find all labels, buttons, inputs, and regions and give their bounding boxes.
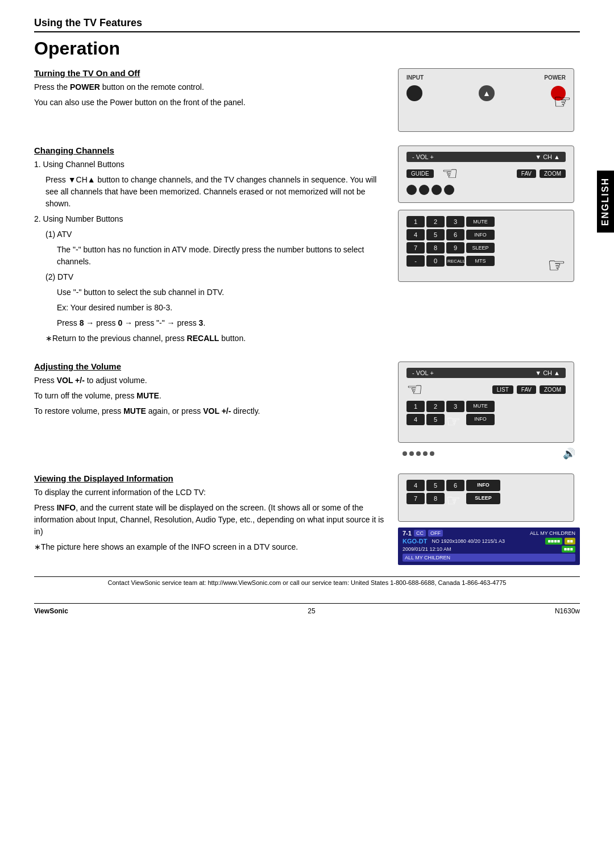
dash-btn[interactable]: - — [406, 255, 425, 267]
dot-separator — [403, 451, 434, 456]
remote1-top-row: INPUT POWER — [406, 74, 566, 81]
ch-item2b-head: (2) DTV — [34, 271, 387, 283]
page-container: ENGLISH Using the TV Features Operation … — [0, 0, 614, 868]
remote4-illustration: - VOL + ▼ CH ▲ ☜ LIST FAV ZOOM 1 2 — [398, 362, 574, 443]
info-screen-row2: KGO-DT NO 1920x1080 40/20 1215/1 A3 ■■■■… — [403, 538, 575, 545]
remote4-vol-ch: - VOL + ▼ CH ▲ — [406, 368, 566, 378]
hand4-icon: ☜ — [406, 380, 489, 398]
ir-num6[interactable]: 6 — [446, 480, 464, 491]
ir-info[interactable]: INFO — [466, 480, 500, 491]
mts-btn[interactable]: MTS — [466, 256, 495, 266]
sound-icon: 🔊 — [563, 447, 575, 460]
section-header: Using the TV Features — [34, 17, 580, 32]
remote2-c3[interactable] — [432, 185, 442, 195]
ch-item2b-desc1: Use "-" button to select the sub channel… — [34, 286, 387, 298]
info-cc-tag: CC — [414, 530, 426, 537]
ir-num5[interactable]: 5 — [426, 480, 445, 491]
ir-sleep[interactable]: SLEEP — [466, 493, 500, 504]
adjusting-volume-text: Adjusting the Volume Press VOL +/- to ad… — [34, 362, 387, 421]
remote2-c2[interactable] — [419, 185, 429, 195]
dot3 — [416, 451, 421, 456]
sleep-btn[interactable]: SLEEP — [466, 243, 495, 253]
num1[interactable]: 1 — [406, 216, 425, 227]
ir-num7[interactable]: 7 — [406, 493, 425, 504]
info-audio: NO 1920x1080 40/20 1215/1 A3 — [432, 538, 505, 544]
info-station: KGO-DT — [403, 538, 427, 545]
vol-p1: Press VOL +/- to adjust volume. — [34, 375, 387, 387]
info-bottom-text: ALL MY CHILDREN — [405, 555, 450, 560]
mute-btn[interactable]: MUTE — [466, 217, 495, 227]
dot4 — [423, 451, 428, 456]
power-bold: POWER — [70, 82, 100, 92]
ch-recall: ∗Return to the previous channel, press R… — [34, 333, 387, 344]
remote2-c1[interactable] — [406, 185, 417, 195]
zoom-btn2[interactable]: ZOOM — [540, 385, 566, 394]
remote1-illustration: INPUT POWER ▲ ☞ — [398, 68, 574, 132]
info-screen-row1: 7-1 CC OFF ALL MY CHILDREN — [403, 530, 575, 537]
hand2-icon: ☜ — [442, 164, 458, 182]
up-button[interactable]: ▲ — [479, 85, 495, 101]
info-progress2: ■■ — [565, 538, 575, 545]
fav-btn[interactable]: FAV — [517, 169, 536, 178]
ch-item2b-desc2: Ex: Your desired number is 80-3. — [34, 302, 387, 314]
channel-images: - VOL + ▼ CH ▲ GUIDE ☜ FAV ZOOM — [398, 146, 580, 282]
list-btn[interactable]: LIST — [492, 385, 513, 394]
turning-on-off-p2: You can also use the Power button on the… — [34, 97, 387, 109]
power-area: ▲ — [479, 85, 495, 101]
zoom-btn[interactable]: ZOOM — [540, 169, 566, 178]
num0[interactable]: 0 — [426, 255, 445, 267]
info-screen-row4: ALL MY CHILDREN — [403, 554, 575, 562]
guide-btn[interactable]: GUIDE — [406, 169, 434, 178]
r4-mute[interactable]: MUTE — [466, 401, 495, 412]
remote2-illustration: - VOL + ▼ CH ▲ GUIDE ☜ FAV ZOOM — [398, 146, 574, 203]
r4-num1[interactable]: 1 — [406, 401, 425, 412]
r4-num5[interactable]: 5 — [426, 414, 445, 425]
info-off-tag: OFF — [428, 530, 443, 537]
num4[interactable]: 4 — [406, 229, 425, 240]
remote1-spacer — [406, 103, 566, 126]
page-footer: ViewSonic 25 N1630w — [34, 603, 580, 615]
num9[interactable]: 9 — [446, 242, 464, 254]
num3[interactable]: 3 — [446, 216, 464, 227]
vol-p3: To restore volume, press MUTE again, or … — [34, 405, 387, 417]
vol-p2: To turn off the volume, press MUTE. — [34, 390, 387, 402]
hand6-icon: ☞ — [446, 493, 460, 509]
ch-item2a-head: (1) ATV — [34, 229, 387, 240]
remote2-c4[interactable] — [444, 185, 454, 195]
changing-channels-title: Changing Channels — [34, 146, 387, 155]
recall-btn[interactable]: RECALL — [446, 256, 464, 266]
r4-num3[interactable]: 3 — [446, 401, 464, 412]
adjusting-volume-title: Adjusting the Volume — [34, 362, 387, 371]
input-label: INPUT — [406, 74, 424, 81]
remote4-vol: - VOL + — [412, 369, 434, 376]
info-screen-display: 7-1 CC OFF ALL MY CHILDREN KGO-DT NO 192… — [398, 528, 580, 565]
r4-num2[interactable]: 2 — [426, 401, 445, 412]
ch-item2b-desc3: Press 8 → press 0 → press "-" → press 3. — [34, 317, 387, 329]
remote4-spacer — [406, 425, 566, 437]
remote4-numpad: 1 2 3 MUTE 4 5 ☞ INFO — [406, 401, 566, 425]
vol-ch-bar: - VOL + ▼ CH ▲ — [406, 152, 566, 162]
power-button-area: ☞ — [551, 86, 566, 101]
info-screen-row3: 2009/01/21 12:10 AM ■■■ — [403, 546, 575, 553]
side-tab: ENGLISH — [597, 171, 614, 232]
num2[interactable]: 2 — [426, 216, 445, 227]
dot2 — [409, 451, 414, 456]
num8[interactable]: 8 — [426, 242, 445, 254]
ir-num8[interactable]: 8 — [426, 493, 445, 504]
info-p3: ∗The picture here shows an example of th… — [34, 541, 387, 553]
r4-info[interactable]: INFO — [466, 414, 495, 425]
info-all-my-children: ALL MY CHILDREN — [530, 530, 575, 536]
ir-num4[interactable]: 4 — [406, 480, 425, 491]
fav-btn2[interactable]: FAV — [517, 385, 536, 394]
info-progress3: ■■■ — [562, 546, 575, 553]
turning-on-off-text: Turning the TV On and Off Press the POWE… — [34, 68, 387, 112]
dot-sound-row: 🔊 — [398, 447, 580, 460]
num6[interactable]: 6 — [446, 229, 464, 240]
remote4-guide-row: ☜ LIST FAV ZOOM — [406, 380, 566, 398]
info-p2: Press INFO, and the current state will b… — [34, 502, 387, 538]
input-button[interactable] — [406, 85, 422, 101]
info-btn[interactable]: INFO — [466, 230, 495, 240]
num5[interactable]: 5 — [426, 229, 445, 240]
r4-num4[interactable]: 4 — [406, 414, 425, 425]
num7[interactable]: 7 — [406, 242, 425, 254]
